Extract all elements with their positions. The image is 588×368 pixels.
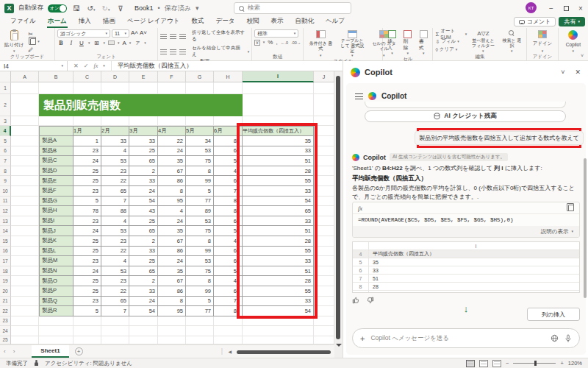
cell[interactable]: 99 — [186, 176, 214, 186]
insert-column-button[interactable]: 列の挿入 — [527, 308, 580, 321]
fill-button[interactable]: ⇩フィル▾ — [435, 38, 467, 46]
cell[interactable] — [314, 326, 334, 336]
cell[interactable]: 86 — [158, 247, 186, 257]
cell[interactable] — [11, 82, 39, 94]
copilot-chat-input[interactable]: + Copilot へメッセージを送る — [352, 328, 580, 348]
scroll-left-icon[interactable]: ◀ — [228, 349, 232, 354]
format-painter-button[interactable]: 🖉 — [28, 46, 40, 53]
cell[interactable]: 77 — [186, 197, 214, 207]
cell[interactable] — [11, 146, 39, 157]
suggested-formula[interactable]: =ROUND(AVERAGE($C5, $D5, $E5, $F5, $G5, … — [353, 214, 579, 226]
autosave-toggle[interactable]: オン — [48, 4, 67, 13]
cell[interactable]: 4 — [101, 256, 129, 266]
ribbon-tab-6[interactable]: データ — [209, 15, 240, 28]
cell[interactable]: 製品P — [39, 286, 74, 297]
cell[interactable] — [11, 326, 39, 336]
column-header-I[interactable]: I — [243, 71, 314, 82]
minimize-button[interactable]: − — [544, 0, 559, 16]
cell[interactable] — [11, 94, 39, 116]
cell[interactable] — [186, 82, 214, 94]
cell[interactable]: 53 — [101, 156, 129, 166]
decrease-decimal-icon[interactable]: .00→ — [291, 40, 301, 45]
row-header-11[interactable]: 11 — [0, 197, 11, 207]
cell[interactable]: 製品N — [39, 266, 74, 277]
cell[interactable]: 24 — [129, 186, 158, 197]
cell[interactable]: 製品E — [39, 176, 74, 186]
name-box[interactable]: I4▾ — [0, 61, 68, 71]
cell[interactable]: 34 — [186, 136, 214, 146]
cell[interactable]: 25 — [74, 286, 101, 297]
worksheet-grid[interactable]: ABCDEFGHIJ12341月2月3月4月5月6月平均販売個数（四捨五入）5製… — [0, 71, 334, 344]
cell[interactable]: 3月 — [129, 126, 158, 136]
cell[interactable] — [243, 82, 314, 94]
save-status[interactable]: 保存済み — [165, 4, 191, 13]
cell[interactable]: 8 — [186, 236, 214, 247]
column-header-D[interactable]: D — [101, 71, 129, 82]
cell[interactable] — [186, 336, 214, 344]
phonetic-button[interactable]: ァ — [134, 39, 141, 46]
cell[interactable] — [214, 326, 243, 336]
row-header-25[interactable]: 25 — [0, 336, 11, 344]
zoom-slider-thumb[interactable] — [534, 361, 537, 366]
cell[interactable]: 25 — [129, 216, 158, 227]
column-header-H[interactable]: H — [214, 71, 243, 82]
cell[interactable]: 53 — [101, 266, 129, 277]
cell[interactable]: 99 — [186, 286, 214, 297]
formula-input[interactable]: 平均販売個数（四捨五入） — [112, 62, 193, 71]
cell[interactable]: 33 — [129, 286, 158, 297]
row-header-10[interactable]: 10 — [0, 186, 11, 197]
zoom-slider[interactable] — [513, 363, 556, 364]
cell[interactable]: 65 — [101, 297, 129, 307]
cell[interactable]: 5月 — [186, 126, 214, 136]
cell[interactable] — [11, 136, 39, 146]
cell[interactable] — [11, 247, 39, 257]
cell[interactable]: 35 — [158, 266, 186, 277]
cell[interactable] — [11, 266, 39, 277]
cell[interactable] — [129, 326, 158, 336]
save-icon[interactable]: 🖫 — [71, 4, 82, 13]
cell[interactable]: 製品A — [39, 136, 74, 146]
row-header-2[interactable]: 2 — [0, 94, 11, 116]
sort-filter-button[interactable]: A▽Z 並べ替えと フィルター▾ — [469, 29, 497, 54]
cell[interactable]: 製品H — [39, 206, 74, 216]
cell[interactable] — [39, 116, 74, 126]
cell[interactable] — [129, 116, 158, 126]
cell[interactable]: 製品R — [39, 306, 74, 316]
column-header-F[interactable]: F — [158, 71, 186, 82]
cell[interactable] — [11, 186, 39, 197]
cell[interactable]: 33 — [129, 176, 158, 186]
mic-icon[interactable] — [564, 334, 572, 343]
cell[interactable]: 5 — [74, 306, 101, 316]
cell[interactable]: 5 — [186, 297, 214, 307]
cell[interactable]: 7 — [101, 306, 129, 316]
undo-icon[interactable]: ↺▾ — [86, 4, 96, 13]
font-color-button[interactable]: A — [122, 40, 126, 46]
cell[interactable]: 23 — [101, 236, 129, 247]
cell[interactable]: 8 — [186, 276, 214, 286]
cell[interactable]: 65 — [129, 226, 158, 236]
vertical-scrollbar-thumb[interactable] — [336, 76, 340, 339]
cell[interactable] — [101, 326, 129, 336]
maximize-button[interactable] — [559, 0, 573, 16]
cell[interactable] — [158, 336, 186, 344]
row-header-5[interactable]: 5 — [0, 136, 11, 146]
insert-cells-button[interactable]: 挿入▾ — [385, 29, 398, 56]
row-header-24[interactable]: 24 — [0, 326, 11, 336]
row-header-19[interactable]: 19 — [0, 276, 11, 286]
panel-scrollbar-thumb[interactable] — [584, 158, 587, 298]
ribbon-tab-8[interactable]: 表示 — [265, 15, 289, 28]
cell[interactable]: 33 — [129, 247, 158, 257]
cell[interactable] — [11, 116, 39, 126]
cell[interactable]: 製品Q — [39, 297, 74, 307]
row-header-3[interactable]: 3 — [0, 116, 11, 126]
row-header-13[interactable]: 13 — [0, 216, 11, 227]
cell[interactable]: 67 — [158, 236, 186, 247]
ribbon-tab-4[interactable]: ページ レイアウト — [121, 15, 186, 28]
cell[interactable] — [11, 156, 39, 166]
cell[interactable] — [11, 256, 39, 266]
row-header-8[interactable]: 8 — [0, 166, 11, 177]
cancel-entry-icon[interactable]: ✕ — [74, 63, 79, 69]
comma-icon[interactable]: , — [276, 39, 278, 46]
cell[interactable]: 製品L — [39, 247, 74, 257]
redo-icon[interactable]: ↻▾ — [101, 4, 111, 13]
